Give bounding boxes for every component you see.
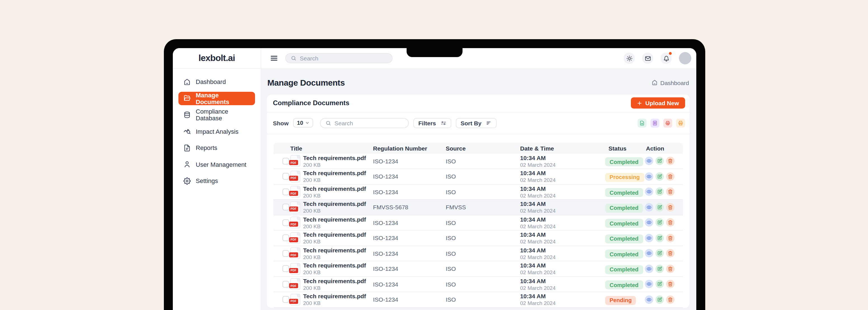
sidebar-item-compliance-database[interactable]: Compliance Database [178,108,255,121]
row-checkbox[interactable] [282,266,289,272]
edit-button[interactable] [655,203,664,212]
global-search[interactable] [285,53,393,63]
sidebar-item-impact-analysis[interactable]: Impact Analysis [178,124,255,138]
export-csv-button[interactable] [638,118,647,127]
regulation-number-cell: ISO-1234 [373,266,446,272]
print-button[interactable] [676,118,685,127]
col-header-date-time: Date & Time [520,145,605,151]
file-name: Tech requirements.pdf [303,216,366,223]
edit-button[interactable] [655,265,664,273]
delete-button[interactable] [666,234,675,242]
table-row[interactable]: PDF Tech requirements.pdf 200 KB FMVSS-5… [274,200,683,215]
view-button[interactable] [645,265,653,273]
table-row[interactable]: PDF Tech requirements.pdf 200 KB ISO-123… [274,215,683,230]
table-row[interactable]: PDF Tech requirements.pdf 200 KB ISO-123… [274,169,683,184]
compliance-documents-card: Compliance Documents Upload New Show 10 [267,95,690,308]
edit-button[interactable] [655,157,664,165]
edit-button[interactable] [655,218,664,227]
table-row[interactable]: PDF Tech requirements.pdf 200 KB ISO-123… [274,246,683,261]
status-badge: Completed [605,157,643,166]
delete-button[interactable] [666,265,675,273]
sidebar-item-reports[interactable]: Reports [178,141,255,154]
row-checkbox[interactable] [282,235,289,242]
row-checkbox[interactable] [282,281,289,288]
breadcrumb[interactable]: Dashboard [651,79,689,86]
row-checkbox[interactable] [282,219,289,226]
delete-button[interactable] [666,203,675,212]
row-checkbox[interactable] [282,204,289,211]
table-row[interactable]: PDF Tech requirements.pdf 200 KB ISO-123… [274,292,683,308]
edit-button[interactable] [655,234,664,242]
view-button[interactable] [645,188,653,196]
sidebar-item-label: Manage Documents [196,92,250,105]
time-cell: 10:34 AM [520,216,605,223]
eye-icon [647,174,652,179]
page-size-select[interactable]: 10 [293,118,313,128]
filters-button[interactable]: Filters [413,118,451,128]
sidebar-item-label: Dashboard [196,78,226,85]
trash-icon [668,297,673,302]
edit-button[interactable] [655,296,664,304]
pdf-badge: PDF [289,222,298,227]
row-checkbox[interactable] [282,250,289,257]
view-button[interactable] [645,249,653,258]
table-controls: Show 10 Filters [267,112,690,134]
row-checkbox[interactable] [282,296,289,303]
file-name: Tech requirements.pdf [303,262,366,269]
view-button[interactable] [645,280,653,288]
table-row[interactable]: PDF Tech requirements.pdf 200 KB ISO-123… [274,230,683,246]
view-button[interactable] [645,157,653,165]
export-excel-button[interactable] [650,118,659,127]
view-button[interactable] [645,234,653,242]
sidebar-item-user-management[interactable]: User Management [178,157,255,171]
source-cell: ISO [446,173,520,180]
delete-button[interactable] [666,218,675,227]
delete-button[interactable] [666,296,675,304]
export-pdf-button[interactable] [663,118,672,127]
sidebar-item-settings[interactable]: Settings [178,174,255,187]
edit-button[interactable] [655,172,664,181]
logo-row: lexbolt.ai [173,48,260,69]
view-button[interactable] [645,218,653,227]
edit-button[interactable] [655,188,664,196]
row-checkbox[interactable] [282,158,289,164]
page-content: Manage Documents Dashboard Compliance Do… [261,69,696,310]
sidebar-item-dashboard[interactable]: Dashboard [178,75,255,88]
file-name: Tech requirements.pdf [303,247,366,253]
delete-button[interactable] [666,249,675,258]
sort-button[interactable]: Sort By [456,118,497,128]
delete-button[interactable] [666,172,675,181]
time-cell: 10:34 AM [520,278,605,284]
sidebar-item-manage-documents[interactable]: Manage Documents [178,92,255,105]
menu-toggle-button[interactable] [270,54,278,62]
delete-button[interactable] [666,280,675,288]
table-row[interactable]: PDF Tech requirements.pdf 200 KB ISO-123… [274,277,683,292]
table-search-input[interactable] [335,120,403,126]
table-row[interactable]: PDF Tech requirements.pdf 200 KB ISO-123… [274,184,683,200]
regulation-number-cell: FMVSS-5678 [373,204,446,211]
view-button[interactable] [645,296,653,304]
row-checkbox[interactable] [282,173,289,180]
view-button[interactable] [645,172,653,181]
pdf-badge: PDF [289,160,298,165]
user-avatar[interactable] [679,52,691,64]
desktop-background: lexbolt.ai Dashboard Manage Documents Co… [0,0,868,310]
upload-new-button[interactable]: Upload New [631,98,685,109]
global-search-input[interactable] [300,55,387,62]
row-checkbox[interactable] [282,189,289,195]
edit-button[interactable] [655,249,664,258]
messages-button[interactable] [642,53,653,64]
theme-toggle-button[interactable] [624,53,635,64]
delete-button[interactable] [666,188,675,196]
regulation-number-cell: ISO-1234 [373,173,446,180]
table-row[interactable]: PDF Tech requirements.pdf 200 KB ISO-123… [274,261,683,277]
sun-icon [626,55,632,61]
delete-button[interactable] [666,157,675,165]
sidebar-item-label: Reports [196,144,217,151]
source-cell: ISO [446,296,520,303]
table-search[interactable] [320,118,409,128]
view-button[interactable] [645,203,653,212]
notifications-button[interactable] [660,53,672,64]
edit-button[interactable] [655,280,664,288]
table-row[interactable]: PDF Tech requirements.pdf 200 KB ISO-123… [274,154,683,169]
